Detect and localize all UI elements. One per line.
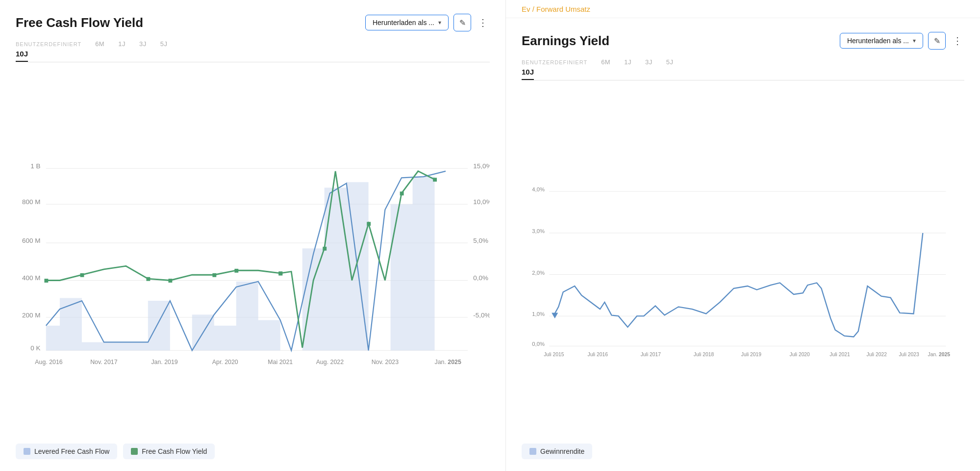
left-download-label: Herunterladen als ... <box>373 19 434 26</box>
svg-text:0,0%: 0,0% <box>532 341 545 347</box>
left-more-button[interactable]: ⋮ <box>476 15 490 30</box>
right-filter-1j[interactable]: 1J <box>624 58 631 66</box>
left-chevron-icon: ▾ <box>438 19 441 26</box>
svg-text:5,0%: 5,0% <box>473 237 488 244</box>
left-legend-label-levered: Levered Free Cash Flow <box>34 447 109 455</box>
svg-text:0,0%: 0,0% <box>473 274 488 282</box>
right-filter-3j[interactable]: 3J <box>645 58 653 66</box>
svg-rect-25 <box>278 271 282 275</box>
svg-text:2,0%: 2,0% <box>532 270 545 276</box>
svg-text:Nov. 2023: Nov. 2023 <box>372 359 399 366</box>
svg-text:1 B: 1 B <box>30 162 40 170</box>
right-time-filters: BENUTZERDEFINIERT 6M 1J 3J 5J <box>522 58 964 66</box>
svg-text:Nov. 2017: Nov. 2017 <box>90 359 118 366</box>
svg-text:Aug. 2022: Aug. 2022 <box>316 359 344 366</box>
svg-text:Juli 2016: Juli 2016 <box>588 352 608 357</box>
svg-text:Juli 2021: Juli 2021 <box>829 352 850 357</box>
left-legend-dot-levered <box>24 448 30 455</box>
svg-marker-17 <box>46 177 468 350</box>
right-time-tabs: 10J <box>522 68 964 80</box>
svg-text:-5,0%: -5,0% <box>473 312 490 319</box>
svg-text:600 M: 600 M <box>22 237 40 244</box>
left-pencil-icon: ✎ <box>459 18 466 27</box>
left-panel-title: Free Cash Flow Yield <box>16 15 143 30</box>
svg-text:400 M: 400 M <box>22 274 40 282</box>
right-panel: Earnings Yield Herunterladen als ... ▾ ✎… <box>506 18 980 471</box>
left-chart-svg: 1 B 800 M 600 M 400 M 200 M 0 K 15,0% 10… <box>16 72 490 436</box>
svg-text:Juli 2017: Juli 2017 <box>641 352 661 357</box>
svg-text:3,0%: 3,0% <box>532 228 545 234</box>
left-edit-button[interactable]: ✎ <box>453 14 471 31</box>
svg-text:Apr. 2020: Apr. 2020 <box>212 359 238 366</box>
svg-text:Juli 2019: Juli 2019 <box>741 352 762 357</box>
svg-rect-29 <box>433 178 437 182</box>
left-legend-dot-fcfy <box>131 448 138 455</box>
left-tab-10j[interactable]: 10J <box>16 50 28 62</box>
svg-text:0 K: 0 K <box>30 344 40 352</box>
svg-text:1,0%: 1,0% <box>532 311 545 317</box>
svg-text:Juli 2020: Juli 2020 <box>790 352 810 357</box>
right-download-label: Herunterladen als ... <box>847 37 909 45</box>
right-edit-button[interactable]: ✎ <box>928 32 946 50</box>
svg-text:15,0%: 15,0% <box>473 162 490 170</box>
svg-text:Juli 2018: Juli 2018 <box>694 352 714 357</box>
svg-rect-23 <box>234 269 238 273</box>
svg-rect-26 <box>323 247 327 251</box>
top-bar: Ev / Forward Umsatz <box>506 0 980 18</box>
right-panel-wrapper: Ev / Forward Umsatz Earnings Yield Herun… <box>506 0 980 471</box>
svg-text:Aug. 2016: Aug. 2016 <box>35 359 62 366</box>
right-pencil-icon: ✎ <box>934 36 940 46</box>
left-legend-label-fcfy: Free Cash Flow Yield <box>142 447 207 455</box>
left-filter-1j[interactable]: 1J <box>118 40 126 48</box>
right-chart-area: 4,0% 3,0% 2,0% 1,0% 0,0% Juli 2015 <box>522 90 964 436</box>
svg-text:4,0%: 4,0% <box>532 186 545 192</box>
left-legend: Levered Free Cash Flow Free Cash Flow Yi… <box>16 444 490 459</box>
left-legend-item-levered[interactable]: Levered Free Cash Flow <box>16 444 117 459</box>
left-panel: Free Cash Flow Yield Herunterladen als .… <box>0 0 506 471</box>
svg-rect-19 <box>80 273 84 277</box>
left-chart-area: 1 B 800 M 600 M 400 M 200 M 0 K 15,0% 10… <box>16 72 490 436</box>
svg-text:Jan. 2025: Jan. 2025 <box>435 359 461 366</box>
left-panel-header: Free Cash Flow Yield Herunterladen als .… <box>16 14 490 31</box>
svg-text:Mai 2021: Mai 2021 <box>268 359 293 366</box>
right-legend-dot-gewinnrendite <box>529 448 536 455</box>
right-legend-item-gewinnrendite[interactable]: Gewinnrendite <box>522 444 592 459</box>
right-legend: Gewinnrendite <box>522 444 964 459</box>
svg-text:Jan. 2019: Jan. 2019 <box>151 359 177 366</box>
right-chevron-icon: ▾ <box>913 37 916 44</box>
left-filter-3j[interactable]: 3J <box>139 40 147 48</box>
left-more-icon: ⋮ <box>478 17 488 28</box>
svg-rect-18 <box>44 279 48 283</box>
svg-marker-48 <box>552 313 558 318</box>
right-download-button[interactable]: Herunterladen als ... ▾ <box>840 33 923 49</box>
svg-rect-28 <box>400 191 404 195</box>
right-header-controls: Herunterladen als ... ▾ ✎ ⋮ <box>840 32 964 50</box>
svg-text:Jan. 2025: Jan. 2025 <box>928 352 951 357</box>
svg-text:Juli 2022: Juli 2022 <box>867 352 887 357</box>
left-filter-6m[interactable]: 6M <box>95 40 104 48</box>
right-tab-10j[interactable]: 10J <box>522 68 534 80</box>
left-benutzerdefiniert[interactable]: BENUTZERDEFINIERT <box>16 41 81 47</box>
svg-rect-21 <box>168 279 172 283</box>
svg-rect-20 <box>146 277 150 281</box>
right-filter-6m[interactable]: 6M <box>601 58 610 66</box>
right-benutzerdefiniert[interactable]: BENUTZERDEFINIERT <box>522 59 587 65</box>
svg-text:Juli 2015: Juli 2015 <box>544 352 564 357</box>
right-panel-title: Earnings Yield <box>522 33 609 49</box>
svg-rect-27 <box>367 222 371 226</box>
svg-rect-22 <box>212 273 216 277</box>
right-legend-label-gewinnrendite: Gewinnrendite <box>540 447 584 455</box>
left-filter-5j[interactable]: 5J <box>160 40 168 48</box>
svg-text:200 M: 200 M <box>22 312 40 319</box>
svg-text:Juli 2023: Juli 2023 <box>899 352 919 357</box>
left-download-button[interactable]: Herunterladen als ... ▾ <box>365 15 449 30</box>
right-filter-5j[interactable]: 5J <box>666 58 674 66</box>
right-more-button[interactable]: ⋮ <box>951 33 964 49</box>
left-header-controls: Herunterladen als ... ▾ ✎ ⋮ <box>365 14 490 31</box>
svg-text:10,0%: 10,0% <box>473 198 490 206</box>
top-link[interactable]: Ev / Forward Umsatz <box>522 5 590 13</box>
right-chart-svg: 4,0% 3,0% 2,0% 1,0% 0,0% Juli 2015 <box>522 90 964 436</box>
right-panel-header: Earnings Yield Herunterladen als ... ▾ ✎… <box>522 32 964 50</box>
svg-text:800 M: 800 M <box>22 198 40 206</box>
left-legend-item-fcfy[interactable]: Free Cash Flow Yield <box>123 444 215 459</box>
